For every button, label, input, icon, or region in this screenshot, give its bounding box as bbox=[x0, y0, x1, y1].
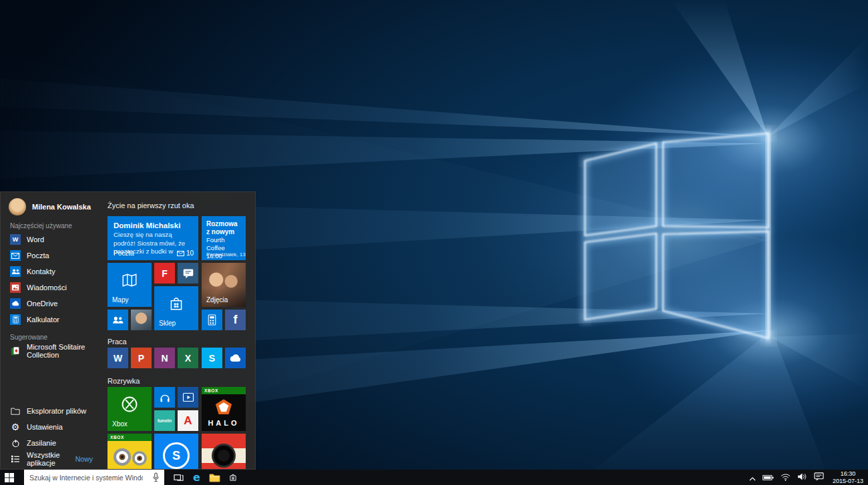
app-item-kalkulator[interactable]: Kalkulator bbox=[1, 312, 102, 328]
tile-maps[interactable]: Mapy bbox=[107, 263, 152, 307]
task-view-button[interactable] bbox=[170, 470, 188, 485]
minion-goggles-icon bbox=[107, 442, 152, 470]
tile-video[interactable] bbox=[178, 387, 198, 408]
shazam-logo: S bbox=[163, 442, 190, 469]
tile-photos[interactable]: Zdjęcia bbox=[202, 263, 246, 307]
suggested-section: Sugerowane Microsoft Solitaire Collectio… bbox=[1, 332, 102, 359]
battery-indicator[interactable] bbox=[763, 472, 774, 484]
app-label: Microsoft Solitaire Collection bbox=[27, 343, 102, 359]
tile-onenote[interactable]: N bbox=[154, 348, 175, 368]
tile-music[interactable] bbox=[154, 387, 175, 408]
tile-camera-app[interactable] bbox=[202, 434, 246, 470]
all-apps-icon bbox=[10, 454, 21, 464]
envelope-icon bbox=[177, 251, 184, 256]
tile-portrait-photo[interactable] bbox=[131, 310, 152, 330]
tray-expand-button[interactable] bbox=[749, 472, 756, 484]
system-tray: 16:30 2015-07-13 bbox=[749, 470, 868, 484]
edge-icon: e bbox=[193, 472, 200, 483]
settings-item[interactable]: Ustawienia bbox=[1, 419, 102, 435]
notification-bubble-icon bbox=[814, 472, 824, 481]
search-input[interactable] bbox=[24, 474, 143, 482]
app-item-word[interactable]: W Word bbox=[1, 231, 102, 248]
skype-logo: S bbox=[209, 353, 215, 364]
volume-indicator[interactable] bbox=[797, 472, 807, 484]
app-item-onedrive[interactable]: OneDrive bbox=[1, 296, 102, 312]
gear-icon bbox=[10, 422, 21, 432]
tile-xbox[interactable]: Xbox bbox=[107, 387, 152, 431]
shazam-letter: S bbox=[172, 449, 180, 463]
facebook-icon: f bbox=[234, 313, 238, 327]
map-icon bbox=[107, 263, 152, 298]
microphone-icon[interactable] bbox=[152, 472, 160, 485]
start-button[interactable] bbox=[0, 470, 18, 485]
tile-excel[interactable]: X bbox=[178, 348, 198, 368]
folder-icon bbox=[209, 473, 220, 482]
app-item-poczta[interactable]: Poczta bbox=[1, 248, 102, 264]
maps-label: Mapy bbox=[112, 296, 128, 304]
mail-icon bbox=[10, 250, 21, 261]
calculator-icon bbox=[208, 314, 216, 326]
edge-button[interactable]: e bbox=[188, 470, 206, 485]
tile-flipboard[interactable]: F bbox=[154, 263, 175, 284]
tile-facebook[interactable]: f bbox=[225, 310, 246, 330]
notification-button[interactable] bbox=[814, 472, 824, 484]
shopping-bag-icon bbox=[154, 286, 198, 321]
xbox-banner: XBOX bbox=[202, 387, 246, 394]
tile-halo[interactable]: XBOX HALO bbox=[202, 387, 246, 431]
tile-calculator[interactable] bbox=[202, 310, 222, 330]
start-menu-tiles: Życie na pierwszy rzut oka Praca Rozrywk… bbox=[102, 192, 255, 469]
halo-emblem-icon bbox=[214, 398, 233, 418]
tile-store[interactable]: Sklep bbox=[154, 286, 198, 330]
word-logo: W bbox=[114, 353, 122, 364]
avatar bbox=[9, 198, 26, 215]
file-explorer-button[interactable] bbox=[206, 470, 224, 485]
file-explorer-item[interactable]: Eksplorator plików bbox=[1, 403, 102, 419]
tile-mail[interactable]: Dominik Michalski Cieszę się na naszą po… bbox=[107, 216, 198, 260]
app-item-wiadomosci[interactable]: Wiadomości bbox=[1, 280, 102, 296]
tile-skype[interactable]: S bbox=[202, 348, 222, 368]
chevron-up-icon bbox=[749, 477, 756, 481]
tile-messaging[interactable] bbox=[178, 263, 198, 284]
app-label: Kontakty bbox=[27, 268, 55, 276]
tile-powerpoint[interactable]: P bbox=[131, 348, 152, 368]
calendar-event-location: Fourth Coffee bbox=[206, 236, 241, 252]
tile-word[interactable]: W bbox=[107, 348, 128, 368]
taskbar-search[interactable] bbox=[24, 470, 164, 485]
network-indicator[interactable] bbox=[781, 472, 791, 484]
folder-icon bbox=[10, 406, 21, 416]
flipboard-icon: F bbox=[162, 268, 168, 279]
app-label: Wiadomości bbox=[27, 284, 67, 292]
tile-shazam[interactable]: S bbox=[154, 434, 198, 470]
user-profile[interactable]: Milena Kowalska bbox=[9, 198, 91, 215]
taskbar: e 16:30 2015-07-1 bbox=[0, 470, 868, 485]
suggested-label: Sugerowane bbox=[1, 332, 102, 343]
app-item-kontakty[interactable]: Kontakty bbox=[1, 264, 102, 280]
powerpoint-logo: P bbox=[138, 353, 144, 364]
onedrive-cloud-icon bbox=[229, 354, 242, 362]
store-button[interactable] bbox=[224, 470, 242, 485]
tile-people[interactable] bbox=[107, 310, 128, 330]
clock[interactable]: 16:30 2015-07-13 bbox=[831, 470, 863, 484]
tile-minions-game[interactable]: XBOX bbox=[107, 434, 152, 470]
tile-adobe-reader[interactable]: A bbox=[178, 410, 198, 431]
footer-label: Eksplorator plików bbox=[27, 407, 86, 415]
xbox-sphere-icon bbox=[107, 387, 152, 422]
group-label-work: Praca bbox=[107, 338, 127, 346]
mail-badge: 10 bbox=[177, 250, 194, 257]
chat-bubble-icon bbox=[182, 268, 194, 279]
most-used-label: Najczęściej używane bbox=[1, 220, 102, 231]
tunein-logo: tunein bbox=[158, 418, 172, 423]
tile-onedrive[interactable] bbox=[225, 348, 246, 368]
power-item[interactable]: Zasilanie bbox=[1, 435, 102, 451]
video-player-icon bbox=[182, 392, 194, 402]
all-apps-item[interactable]: Wszystkie aplikacje Nowy bbox=[1, 451, 102, 467]
tile-calendar[interactable]: Rozmowa z nowym Fourth Coffee 16:00 Poni… bbox=[202, 216, 246, 260]
shopping-bag-icon bbox=[228, 472, 238, 482]
calendar-event-title: Rozmowa z nowym bbox=[206, 220, 241, 236]
tile-tunein[interactable]: tunein bbox=[154, 410, 175, 431]
adobe-logo: A bbox=[184, 414, 192, 428]
start-menu: Milena Kowalska Najczęściej używane W Wo… bbox=[0, 191, 256, 470]
people-icon bbox=[10, 266, 21, 277]
start-menu-footer: Eksplorator plików Ustawienia Zasilanie bbox=[1, 403, 102, 467]
app-item-solitaire[interactable]: Microsoft Solitaire Collection bbox=[1, 343, 102, 359]
